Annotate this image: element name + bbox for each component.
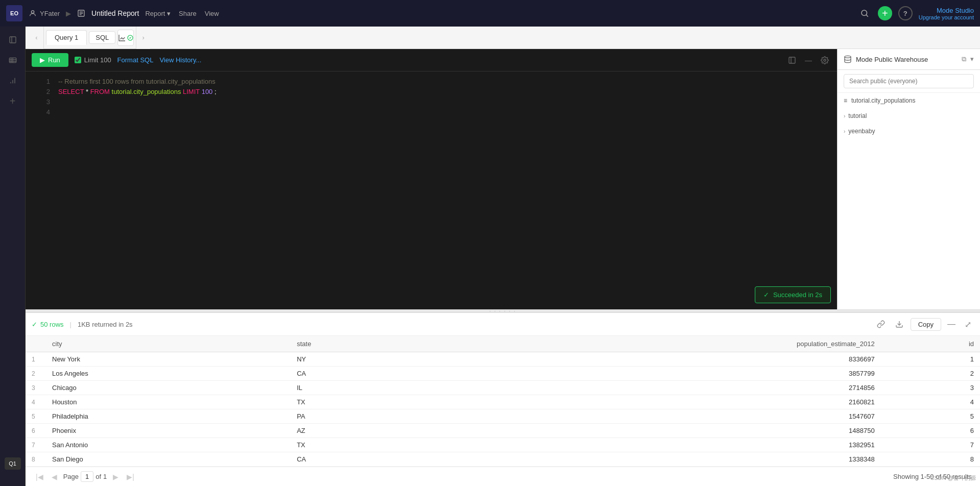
cell-state: PA bbox=[291, 409, 425, 424]
cell-id: 2 bbox=[881, 367, 980, 381]
limit-checkbox-label[interactable]: Limit 100 bbox=[75, 56, 111, 64]
panel-dropdown-icon[interactable]: ▾ bbox=[970, 55, 974, 63]
cell-rownum: 5 bbox=[26, 409, 46, 424]
code-line-1: 1 -- Returns first 100 rows from tutoria… bbox=[26, 78, 837, 88]
cell-rownum: 1 bbox=[26, 352, 46, 367]
expand-icon[interactable] bbox=[786, 54, 798, 66]
nav-view[interactable]: View bbox=[205, 10, 219, 17]
view-history-button[interactable]: View History... bbox=[159, 56, 201, 64]
svg-line-3 bbox=[866, 15, 868, 16]
table-row: 3 Chicago IL 2714856 3 bbox=[26, 381, 980, 395]
help-icon[interactable]: ? bbox=[898, 6, 913, 20]
cell-population: 1488750 bbox=[425, 424, 881, 438]
table-row: 2 Los Angeles CA 3857799 2 bbox=[26, 367, 980, 381]
run-button[interactable]: ▶ Run bbox=[32, 53, 68, 67]
search-icon[interactable] bbox=[857, 6, 872, 20]
success-text: Succeeded in 2s bbox=[773, 291, 822, 299]
table-row: 4 Houston TX 2160821 4 bbox=[26, 395, 980, 409]
main-layout: + Q1 ‹ Query 1 SQL › bbox=[0, 27, 980, 486]
collapse-icon[interactable]: — bbox=[802, 54, 815, 66]
page-number-input[interactable]: 1 bbox=[81, 471, 93, 482]
col-population: population_estimate_2012 bbox=[425, 336, 881, 352]
right-panel-icons: ⧉ ▾ bbox=[962, 55, 974, 63]
content-area: ‹ Query 1 SQL › ▶ Run bbox=[26, 27, 980, 486]
tab-query1[interactable]: Query 1 bbox=[46, 30, 87, 45]
cell-population: 2160821 bbox=[425, 395, 881, 409]
settings-icon[interactable] bbox=[819, 54, 831, 66]
schema-section-yeenbaby-label: yeenbaby bbox=[848, 128, 875, 135]
results-meta: 1KB returned in 2s bbox=[78, 321, 133, 328]
add-button[interactable]: + bbox=[878, 6, 892, 20]
cell-population: 2714856 bbox=[425, 381, 881, 395]
cell-rownum: 2 bbox=[26, 367, 46, 381]
page-prev-button[interactable]: ◀ bbox=[50, 472, 59, 482]
success-check-icon: ✓ bbox=[763, 291, 769, 299]
svg-point-9 bbox=[845, 56, 851, 58]
sidebar-dataset-icon[interactable] bbox=[4, 51, 22, 69]
nav-share[interactable]: Share bbox=[179, 10, 197, 17]
pagination-bar: |◀ ◀ Page 1 of 1 ▶ ▶| Showing 1-50 of 50… bbox=[26, 467, 980, 486]
code-editor[interactable]: 1 -- Returns first 100 rows from tutoria… bbox=[26, 71, 837, 309]
svg-rect-4 bbox=[10, 37, 16, 43]
results-actions: Copy — ⤢ bbox=[874, 317, 974, 331]
minimize-button[interactable]: — bbox=[945, 318, 958, 330]
tab-left-arrow[interactable]: ‹ bbox=[30, 27, 44, 49]
table-icon: ≡ bbox=[844, 97, 847, 104]
page-first-button[interactable]: |◀ bbox=[34, 472, 45, 482]
run-icon: ▶ bbox=[40, 56, 45, 64]
sidebar-add-icon[interactable]: + bbox=[4, 92, 22, 110]
maximize-button[interactable]: ⤢ bbox=[962, 318, 974, 330]
tab-sql[interactable]: SQL bbox=[89, 31, 115, 44]
results-table-container[interactable]: city state population_estimate_2012 id 1… bbox=[26, 336, 980, 467]
table-row: 5 Philadelphia PA 1547607 5 bbox=[26, 409, 980, 424]
cell-population: 8336697 bbox=[425, 352, 881, 367]
username-label: YFater bbox=[40, 10, 60, 17]
sidebar-q1-badge[interactable]: Q1 bbox=[5, 457, 21, 470]
limit-checkbox[interactable] bbox=[75, 57, 81, 63]
svg-point-8 bbox=[824, 59, 826, 61]
cell-state: CA bbox=[291, 367, 425, 381]
page-last-button[interactable]: ▶| bbox=[125, 472, 136, 482]
cell-rownum: 7 bbox=[26, 438, 46, 452]
nav-report[interactable]: Report ▾ bbox=[145, 10, 171, 17]
schema-section-yeenbaby[interactable]: › yeenbaby bbox=[838, 124, 980, 139]
cell-population: 3857799 bbox=[425, 367, 881, 381]
left-sidebar: + Q1 bbox=[0, 27, 26, 486]
cell-id: 7 bbox=[881, 438, 980, 452]
link-icon[interactable] bbox=[874, 317, 888, 331]
sidebar-toggle-icon[interactable] bbox=[4, 31, 22, 49]
cell-state: IL bbox=[291, 381, 425, 395]
format-sql-button[interactable]: Format SQL bbox=[117, 56, 154, 64]
copy-table-icon[interactable]: ⧉ bbox=[962, 55, 966, 63]
sidebar-chart-icon[interactable] bbox=[4, 71, 22, 90]
table-row: 6 Phoenix AZ 1488750 6 bbox=[26, 424, 980, 438]
results-tbody: 1 New York NY 8336697 1 2 Los Angeles CA… bbox=[26, 352, 980, 467]
database-icon bbox=[844, 55, 852, 63]
cell-population: 1547607 bbox=[425, 409, 881, 424]
topbar-user[interactable]: YFater bbox=[29, 9, 60, 17]
cell-id: 3 bbox=[881, 381, 980, 395]
schema-search-input[interactable] bbox=[844, 74, 974, 88]
tab-bar: ‹ Query 1 SQL › bbox=[26, 27, 980, 49]
tab-chart-icon[interactable] bbox=[117, 30, 134, 46]
report-title: Untitled Report bbox=[91, 9, 139, 17]
right-panel-header: Mode Public Warehouse ⧉ ▾ bbox=[838, 49, 980, 70]
schema-table-item[interactable]: ≡ tutorial.city_populations bbox=[838, 93, 980, 108]
cell-population: 1382951 bbox=[425, 438, 881, 452]
cell-city: San Antonio bbox=[46, 438, 291, 452]
cell-state: TX bbox=[291, 395, 425, 409]
schema-section-tutorial[interactable]: › tutorial bbox=[838, 108, 980, 124]
page-next-button[interactable]: ▶ bbox=[111, 472, 121, 482]
download-icon[interactable] bbox=[892, 317, 906, 331]
mode-studio-info: Mode Studio Upgrade your account bbox=[919, 7, 974, 20]
tab-right-arrow[interactable]: › bbox=[136, 27, 150, 49]
cell-state: TX bbox=[291, 438, 425, 452]
pagination-label: Page 1 of 1 bbox=[63, 471, 107, 482]
copy-button[interactable]: Copy bbox=[911, 318, 941, 331]
table-row: 8 San Diego CA 1338348 8 bbox=[26, 452, 980, 467]
topbar: EO YFater ▶ Untitled Report Report ▾ Sha… bbox=[0, 0, 980, 27]
schema-table-name: tutorial.city_populations bbox=[851, 97, 915, 104]
right-panel-title: Mode Public Warehouse bbox=[856, 56, 958, 63]
sql-editor-panel: ▶ Run Limit 100 Format SQL View History.… bbox=[26, 49, 837, 309]
cell-city: San Diego bbox=[46, 452, 291, 467]
